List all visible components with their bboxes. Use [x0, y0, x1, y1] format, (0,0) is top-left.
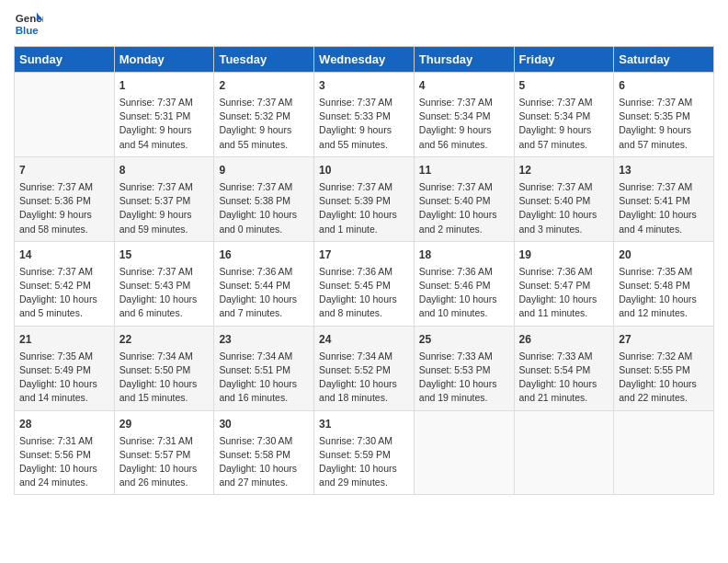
calendar-cell: 15Sunrise: 7:37 AMSunset: 5:43 PMDayligh… — [114, 241, 214, 326]
svg-text:Blue: Blue — [16, 25, 40, 36]
day-header-wednesday: Wednesday — [314, 47, 415, 73]
day-header-tuesday: Tuesday — [214, 47, 314, 73]
day-header-monday: Monday — [114, 47, 214, 73]
day-header-sunday: Sunday — [15, 47, 115, 73]
day-info: Sunrise: 7:37 AMSunset: 5:40 PMDaylight:… — [419, 180, 509, 236]
day-info: Sunrise: 7:37 AMSunset: 5:38 PMDaylight:… — [219, 180, 309, 236]
day-info: Sunrise: 7:32 AMSunset: 5:55 PMDaylight:… — [619, 350, 709, 406]
header-row: SundayMondayTuesdayWednesdayThursdayFrid… — [15, 47, 714, 73]
day-info: Sunrise: 7:37 AMSunset: 5:43 PMDaylight:… — [119, 265, 210, 321]
calendar-cell: 14Sunrise: 7:37 AMSunset: 5:42 PMDayligh… — [15, 241, 115, 326]
week-row-4: 21Sunrise: 7:35 AMSunset: 5:49 PMDayligh… — [15, 326, 714, 410]
calendar-cell: 1Sunrise: 7:37 AMSunset: 5:31 PMDaylight… — [114, 73, 214, 157]
calendar-table: SundayMondayTuesdayWednesdayThursdayFrid… — [14, 46, 714, 495]
day-info: Sunrise: 7:37 AMSunset: 5:41 PMDaylight:… — [619, 180, 709, 236]
day-info: Sunrise: 7:34 AMSunset: 5:50 PMDaylight:… — [119, 350, 210, 406]
day-info: Sunrise: 7:35 AMSunset: 5:49 PMDaylight:… — [19, 350, 109, 406]
day-number: 15 — [119, 247, 210, 263]
calendar-cell: 30Sunrise: 7:30 AMSunset: 5:58 PMDayligh… — [214, 410, 314, 495]
day-number: 28 — [19, 416, 109, 432]
calendar-header: SundayMondayTuesdayWednesdayThursdayFrid… — [15, 47, 714, 73]
day-number: 26 — [519, 331, 609, 348]
week-row-5: 28Sunrise: 7:31 AMSunset: 5:56 PMDayligh… — [15, 410, 714, 495]
day-info: Sunrise: 7:37 AMSunset: 5:42 PMDaylight:… — [19, 265, 109, 321]
day-number: 21 — [19, 331, 109, 348]
logo-icon: General Blue — [14, 9, 43, 39]
day-number: 13 — [619, 162, 709, 178]
calendar-cell: 6Sunrise: 7:37 AMSunset: 5:35 PMDaylight… — [614, 73, 714, 157]
day-number: 7 — [19, 162, 109, 178]
calendar-cell: 10Sunrise: 7:37 AMSunset: 5:39 PMDayligh… — [314, 156, 415, 241]
day-info: Sunrise: 7:34 AMSunset: 5:52 PMDaylight:… — [319, 350, 409, 406]
day-number: 9 — [219, 162, 309, 178]
calendar-cell: 11Sunrise: 7:37 AMSunset: 5:40 PMDayligh… — [414, 156, 514, 241]
calendar-cell: 29Sunrise: 7:31 AMSunset: 5:57 PMDayligh… — [114, 410, 214, 495]
calendar-cell — [514, 410, 614, 495]
calendar-cell: 13Sunrise: 7:37 AMSunset: 5:41 PMDayligh… — [614, 156, 714, 241]
week-row-1: 1Sunrise: 7:37 AMSunset: 5:31 PMDaylight… — [15, 73, 714, 157]
day-number: 31 — [319, 416, 409, 432]
day-info: Sunrise: 7:37 AMSunset: 5:31 PMDaylight:… — [119, 96, 210, 152]
calendar-cell — [15, 73, 115, 157]
day-number: 23 — [219, 331, 309, 348]
calendar-cell: 7Sunrise: 7:37 AMSunset: 5:36 PMDaylight… — [15, 156, 115, 241]
day-info: Sunrise: 7:33 AMSunset: 5:53 PMDaylight:… — [419, 350, 509, 406]
day-number: 1 — [119, 77, 210, 94]
logo: General Blue — [14, 9, 43, 39]
day-info: Sunrise: 7:33 AMSunset: 5:54 PMDaylight:… — [519, 350, 609, 406]
day-number: 4 — [419, 77, 509, 94]
day-number: 17 — [319, 247, 409, 263]
day-number: 12 — [519, 162, 609, 178]
day-number: 14 — [19, 247, 109, 263]
day-info: Sunrise: 7:37 AMSunset: 5:39 PMDaylight:… — [319, 180, 409, 236]
calendar-cell: 28Sunrise: 7:31 AMSunset: 5:56 PMDayligh… — [15, 410, 115, 495]
day-info: Sunrise: 7:37 AMSunset: 5:40 PMDaylight:… — [519, 180, 609, 236]
day-number: 27 — [619, 331, 709, 348]
calendar-cell: 25Sunrise: 7:33 AMSunset: 5:53 PMDayligh… — [414, 326, 514, 410]
day-info: Sunrise: 7:37 AMSunset: 5:37 PMDaylight:… — [119, 180, 210, 236]
week-row-2: 7Sunrise: 7:37 AMSunset: 5:36 PMDaylight… — [15, 156, 714, 241]
day-number: 25 — [419, 331, 509, 348]
calendar-cell: 31Sunrise: 7:30 AMSunset: 5:59 PMDayligh… — [314, 410, 415, 495]
day-info: Sunrise: 7:31 AMSunset: 5:57 PMDaylight:… — [119, 434, 210, 490]
calendar-cell — [614, 410, 714, 495]
day-info: Sunrise: 7:37 AMSunset: 5:36 PMDaylight:… — [19, 180, 109, 236]
day-number: 10 — [319, 162, 409, 178]
day-info: Sunrise: 7:37 AMSunset: 5:34 PMDaylight:… — [419, 96, 509, 152]
day-header-thursday: Thursday — [414, 47, 514, 73]
day-info: Sunrise: 7:31 AMSunset: 5:56 PMDaylight:… — [19, 434, 109, 490]
calendar-cell: 3Sunrise: 7:37 AMSunset: 5:33 PMDaylight… — [314, 73, 415, 157]
day-number: 19 — [519, 247, 609, 263]
calendar-cell: 23Sunrise: 7:34 AMSunset: 5:51 PMDayligh… — [214, 326, 314, 410]
day-number: 16 — [219, 247, 309, 263]
calendar-cell: 22Sunrise: 7:34 AMSunset: 5:50 PMDayligh… — [114, 326, 214, 410]
calendar-cell: 20Sunrise: 7:35 AMSunset: 5:48 PMDayligh… — [614, 241, 714, 326]
day-number: 6 — [619, 77, 709, 94]
day-header-friday: Friday — [514, 47, 614, 73]
calendar-cell: 17Sunrise: 7:36 AMSunset: 5:45 PMDayligh… — [314, 241, 415, 326]
day-number: 3 — [319, 77, 409, 94]
calendar-cell: 12Sunrise: 7:37 AMSunset: 5:40 PMDayligh… — [514, 156, 614, 241]
calendar-cell: 26Sunrise: 7:33 AMSunset: 5:54 PMDayligh… — [514, 326, 614, 410]
day-number: 20 — [619, 247, 709, 263]
day-info: Sunrise: 7:37 AMSunset: 5:34 PMDaylight:… — [519, 96, 609, 152]
calendar-cell: 27Sunrise: 7:32 AMSunset: 5:55 PMDayligh… — [614, 326, 714, 410]
day-number: 24 — [319, 331, 409, 348]
day-number: 29 — [119, 416, 210, 432]
calendar-cell: 2Sunrise: 7:37 AMSunset: 5:32 PMDaylight… — [214, 73, 314, 157]
day-info: Sunrise: 7:35 AMSunset: 5:48 PMDaylight:… — [619, 265, 709, 321]
day-info: Sunrise: 7:37 AMSunset: 5:35 PMDaylight:… — [619, 96, 709, 152]
day-number: 2 — [219, 77, 309, 94]
calendar-cell: 18Sunrise: 7:36 AMSunset: 5:46 PMDayligh… — [414, 241, 514, 326]
day-number: 8 — [119, 162, 210, 178]
day-header-saturday: Saturday — [614, 47, 714, 73]
day-number: 22 — [119, 331, 210, 348]
day-info: Sunrise: 7:30 AMSunset: 5:59 PMDaylight:… — [319, 434, 409, 490]
calendar-body: 1Sunrise: 7:37 AMSunset: 5:31 PMDaylight… — [15, 73, 714, 495]
week-row-3: 14Sunrise: 7:37 AMSunset: 5:42 PMDayligh… — [15, 241, 714, 326]
day-info: Sunrise: 7:36 AMSunset: 5:47 PMDaylight:… — [519, 265, 609, 321]
calendar-cell: 16Sunrise: 7:36 AMSunset: 5:44 PMDayligh… — [214, 241, 314, 326]
day-info: Sunrise: 7:37 AMSunset: 5:33 PMDaylight:… — [319, 96, 409, 152]
calendar-cell: 19Sunrise: 7:36 AMSunset: 5:47 PMDayligh… — [514, 241, 614, 326]
day-info: Sunrise: 7:37 AMSunset: 5:32 PMDaylight:… — [219, 96, 309, 152]
